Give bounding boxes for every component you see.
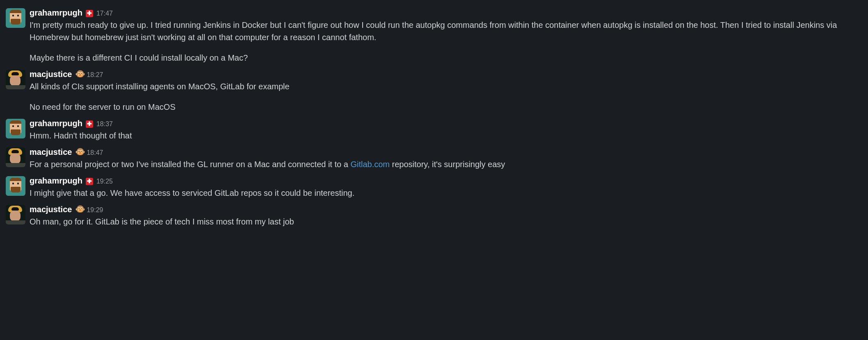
message-text: For a personal project or two I've insta… xyxy=(30,158,860,170)
message-paragraph: Hmm. Hadn't thought of that xyxy=(30,129,860,142)
message-header: grahamrpugh ✚ 17:47 xyxy=(30,7,860,19)
message-text: I might give that a go. We have access t… xyxy=(30,187,860,199)
status-badge-swiss-icon: ✚ xyxy=(86,10,93,17)
message-body: macjustice 🐵 18:27 All kinds of CIs supp… xyxy=(30,68,860,113)
avatar[interactable] xyxy=(6,70,25,89)
message: grahamrpugh ✚ 17:47 I'm pretty much read… xyxy=(6,4,860,66)
message: grahamrpugh ✚ 19:25 I might give that a … xyxy=(6,172,860,201)
avatar[interactable] xyxy=(6,176,25,196)
timestamp[interactable]: 18:47 xyxy=(87,148,103,158)
timestamp[interactable]: 18:27 xyxy=(87,70,103,80)
username[interactable]: macjustice xyxy=(30,68,72,80)
avatar[interactable] xyxy=(6,119,25,138)
message-header: macjustice 🐵 18:27 xyxy=(30,68,860,80)
message-header: macjustice 🐵 19:29 xyxy=(30,203,860,215)
status-badge-swiss-icon: ✚ xyxy=(86,120,93,128)
message-header: macjustice 🐵 18:47 xyxy=(30,146,860,158)
message-body: macjustice 🐵 18:47 For a personal projec… xyxy=(30,146,860,170)
message-text: Oh man, go for it. GitLab is the piece o… xyxy=(30,215,860,228)
message: macjustice 🐵 19:29 Oh man, go for it. Gi… xyxy=(6,201,860,229)
username[interactable]: grahamrpugh xyxy=(30,117,82,129)
timestamp[interactable]: 17:47 xyxy=(96,9,113,18)
message-paragraph: I'm pretty much ready to give up. I trie… xyxy=(30,19,860,43)
message-paragraph: All kinds of CIs support installing agen… xyxy=(30,80,860,93)
avatar[interactable] xyxy=(6,147,25,167)
message-paragraph: No need for the server to run on MacOS xyxy=(30,101,860,113)
message-paragraph: For a personal project or two I've insta… xyxy=(30,158,860,170)
message-body: grahamrpugh ✚ 18:37 Hmm. Hadn't thought … xyxy=(30,117,860,142)
username[interactable]: grahamrpugh xyxy=(30,7,82,19)
message-body: grahamrpugh ✚ 19:25 I might give that a … xyxy=(30,175,860,199)
message-paragraph: I might give that a go. We have access t… xyxy=(30,187,860,199)
avatar[interactable] xyxy=(6,8,25,28)
message: macjustice 🐵 18:27 All kinds of CIs supp… xyxy=(6,66,860,115)
link-gitlab[interactable]: Gitlab.com xyxy=(350,160,390,169)
username[interactable]: macjustice xyxy=(30,203,72,215)
timestamp[interactable]: 18:37 xyxy=(96,119,113,129)
message-header: grahamrpugh ✚ 19:25 xyxy=(30,175,860,187)
message-paragraph: Oh man, go for it. GitLab is the piece o… xyxy=(30,215,860,228)
username[interactable]: macjustice xyxy=(30,146,72,158)
status-badge-swiss-icon: ✚ xyxy=(86,178,93,185)
status-badge-emoji-icon: 🐵 xyxy=(75,68,83,75)
avatar[interactable] xyxy=(6,205,25,224)
message-body: grahamrpugh ✚ 17:47 I'm pretty much read… xyxy=(30,7,860,64)
message-body: macjustice 🐵 19:29 Oh man, go for it. Gi… xyxy=(30,203,860,228)
message: macjustice 🐵 18:47 For a personal projec… xyxy=(6,143,860,172)
timestamp[interactable]: 19:25 xyxy=(96,177,113,186)
message-header: grahamrpugh ✚ 18:37 xyxy=(30,117,860,129)
status-badge-emoji-icon: 🐵 xyxy=(75,145,83,153)
message: grahamrpugh ✚ 18:37 Hmm. Hadn't thought … xyxy=(6,115,860,143)
timestamp[interactable]: 19:29 xyxy=(87,205,103,215)
message-text: Hmm. Hadn't thought of that xyxy=(30,129,860,142)
message-text: All kinds of CIs support installing agen… xyxy=(30,80,860,113)
username[interactable]: grahamrpugh xyxy=(30,175,82,187)
status-badge-emoji-icon: 🐵 xyxy=(75,203,83,210)
text-fragment: repository, it's surprisingly easy xyxy=(390,160,505,169)
message-text: I'm pretty much ready to give up. I trie… xyxy=(30,19,860,64)
message-paragraph: Maybe there is a different CI I could in… xyxy=(30,52,860,64)
message-list: grahamrpugh ✚ 17:47 I'm pretty much read… xyxy=(0,0,868,233)
text-fragment: For a personal project or two I've insta… xyxy=(30,160,350,169)
